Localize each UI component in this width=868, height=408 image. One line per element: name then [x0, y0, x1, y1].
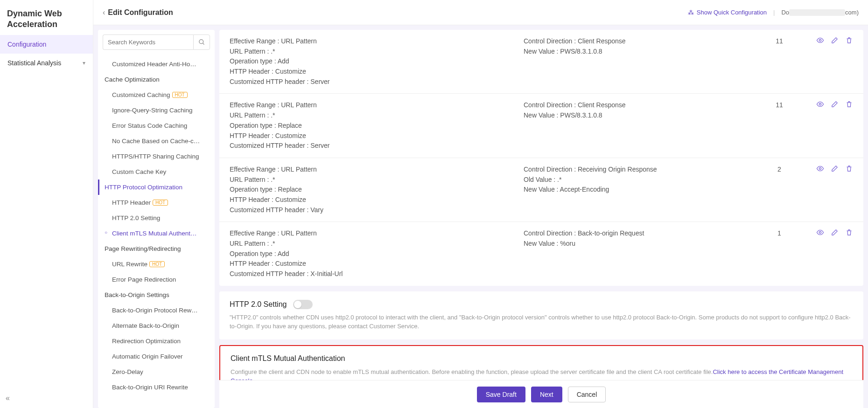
row-col-b: Control Direction : Receiving Origin Res…	[513, 158, 756, 221]
view-icon[interactable]	[816, 36, 824, 48]
search-icon	[198, 39, 205, 46]
http2-description: "HTTP2.0" controls whether CDN uses http…	[230, 313, 853, 331]
row-col-count: 1	[756, 222, 803, 286]
tree-ignore-query-string[interactable]: Ignore-Query-String Caching	[98, 103, 215, 118]
edit-icon[interactable]	[831, 36, 839, 48]
view-icon[interactable]	[816, 165, 824, 176]
collapse-sidebar-icon[interactable]: «	[6, 394, 10, 402]
table-row: Effective Range : URL PatternURL Pattern…	[219, 222, 863, 286]
svg-point-0	[199, 40, 203, 44]
config-tree: Customized Header Anti-Ho… Cache Optimiz…	[98, 55, 215, 408]
row-actions	[803, 30, 863, 94]
search-button[interactable]	[193, 35, 210, 50]
row-col-b: Control Direction : Back-to-origin Reque…	[513, 222, 756, 286]
row-col-a: Effective Range : URL PatternURL Pattern…	[219, 94, 513, 158]
chevron-down-icon: ▾	[83, 60, 85, 66]
tree-custom-cache-key[interactable]: Custom Cache Key	[98, 164, 215, 180]
product-brand: Dynamic Web Acceleration	[0, 0, 93, 35]
domain-masked	[789, 9, 845, 16]
tree-page-rewriting[interactable]: Page Rewriting/Redirecting	[98, 241, 215, 256]
row-col-count: 11	[756, 94, 803, 158]
delete-icon[interactable]	[845, 228, 853, 240]
tree-http2-setting[interactable]: HTTP 2.0 Setting	[98, 210, 215, 226]
http2-toggle[interactable]	[293, 300, 313, 309]
row-col-count: 2	[756, 158, 803, 221]
tree-url-rewrite[interactable]: URL RewriteHOT	[98, 256, 215, 272]
mtls-description: Configure the client and CDN node to ena…	[231, 367, 852, 380]
row-col-count: 11	[756, 30, 803, 94]
svg-line-1	[203, 43, 204, 44]
hot-badge: HOT	[172, 92, 188, 98]
cancel-button[interactable]: Cancel	[568, 387, 606, 402]
row-actions	[803, 158, 863, 221]
hot-badge: HOT	[149, 261, 165, 267]
edit-icon[interactable]	[831, 100, 839, 111]
view-icon[interactable]	[816, 228, 824, 240]
search-input[interactable]	[103, 35, 193, 50]
http2-section: HTTP 2.0 Setting "HTTP2.0" controls whet…	[219, 291, 863, 339]
delete-icon[interactable]	[845, 100, 853, 111]
mtls-title: Client mTLS Mutual Authentication	[231, 354, 852, 363]
sparkle-icon: ⁂	[688, 9, 694, 16]
nav-statistical-analysis-label: Statistical Analysis	[7, 59, 61, 67]
svg-point-2	[819, 39, 821, 41]
view-icon[interactable]	[816, 100, 824, 111]
tree-custom-caching[interactable]: Customized CachingHOT	[98, 87, 215, 103]
tree-custom-header-anti[interactable]: Customized Header Anti-Ho…	[98, 56, 215, 72]
svg-point-3	[819, 104, 821, 105]
svg-point-4	[819, 167, 821, 169]
page-header: ‹ Edit Configuration ⁂ Show Quick Config…	[93, 0, 868, 25]
edit-icon[interactable]	[831, 228, 839, 240]
tree-b2o-uri-rewrite[interactable]: Back-to-Origin URI Rewrite	[98, 380, 215, 395]
footer-actions: Save Draft Next Cancel	[219, 380, 863, 408]
back-icon[interactable]: ‹	[103, 8, 105, 17]
http-header-table: Effective Range : URL PatternURL Pattern…	[219, 30, 863, 286]
row-actions	[803, 94, 863, 158]
row-col-b: Control Direction : Client ResponseNew V…	[513, 94, 756, 158]
tree-zero-delay[interactable]: Zero-Delay	[98, 364, 215, 380]
table-row: Effective Range : URL PatternURL Pattern…	[219, 94, 863, 158]
config-tree-panel: Customized Header Anti-Ho… Cache Optimiz…	[98, 30, 215, 408]
tree-https-http-sharing[interactable]: HTTPS/HTTP Sharing Caching	[98, 149, 215, 164]
tree-automatic-origin-failover[interactable]: Automatic Origin Failover	[98, 349, 215, 364]
nav-configuration[interactable]: Configuration	[0, 35, 93, 54]
domain-label: Docom)	[781, 9, 859, 16]
http2-title: HTTP 2.0 Setting	[230, 300, 287, 309]
show-quick-configuration-link[interactable]: ⁂ Show Quick Configuration	[688, 9, 767, 16]
settings-panel: Effective Range : URL PatternURL Pattern…	[219, 30, 863, 408]
tree-alternate-b2o[interactable]: Alternate Back-to-Origin	[98, 318, 215, 333]
tree-client-mtls[interactable]: Client mTLS Mutual Authent…	[98, 226, 215, 241]
left-rail: Dynamic Web Acceleration Configuration S…	[0, 0, 93, 408]
tree-back-to-origin-settings[interactable]: Back-to-Origin Settings	[98, 287, 215, 303]
row-col-a: Effective Range : URL PatternURL Pattern…	[219, 158, 513, 221]
row-col-a: Effective Range : URL PatternURL Pattern…	[219, 222, 513, 286]
tree-cache-optimization[interactable]: Cache Optimization	[98, 72, 215, 87]
row-col-b: Control Direction : Client ResponseNew V…	[513, 30, 756, 94]
tree-error-page-redirection[interactable]: Error Page Redirection	[98, 272, 215, 287]
tree-error-status-code-caching[interactable]: Error Status Code Caching	[98, 118, 215, 133]
page-title: Edit Configuration	[108, 8, 173, 17]
nav-statistical-analysis[interactable]: Statistical Analysis ▾	[0, 54, 93, 72]
main-area: ‹ Edit Configuration ⁂ Show Quick Config…	[93, 0, 868, 408]
next-button[interactable]: Next	[531, 387, 562, 402]
save-draft-button[interactable]: Save Draft	[477, 387, 525, 402]
svg-point-5	[819, 232, 821, 234]
delete-icon[interactable]	[845, 36, 853, 48]
row-actions	[803, 222, 863, 286]
edit-icon[interactable]	[831, 165, 839, 176]
table-row: Effective Range : URL PatternURL Pattern…	[219, 158, 863, 221]
row-col-a: Effective Range : URL PatternURL Pattern…	[219, 30, 513, 94]
hot-badge: HOT	[153, 200, 168, 206]
tree-no-cache-cache-control[interactable]: No Cache Based on Cache-c…	[98, 133, 215, 149]
divider: |	[773, 9, 775, 16]
delete-icon[interactable]	[845, 165, 853, 176]
tree-http-protocol-optimization[interactable]: HTTP Protocol Optimization	[98, 180, 215, 195]
tree-http-header[interactable]: HTTP HeaderHOT	[98, 195, 215, 210]
tree-redirection-optimization[interactable]: Redirection Optimization	[98, 333, 215, 349]
table-row: Effective Range : URL PatternURL Pattern…	[219, 30, 863, 94]
tree-b2o-protocol-rewrite[interactable]: Back-to-Origin Protocol Rew…	[98, 303, 215, 318]
client-mtls-section: Client mTLS Mutual Authentication Config…	[219, 345, 863, 380]
